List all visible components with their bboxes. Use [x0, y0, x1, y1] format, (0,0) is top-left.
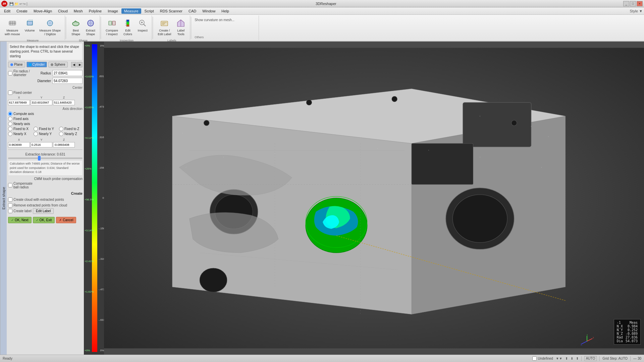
volume-button[interactable]: Volume: [23, 17, 37, 34]
menu-create[interactable]: Create: [14, 8, 30, 14]
sphere-tab[interactable]: Sphere: [48, 62, 67, 67]
scale-pct-8: +1.62%: [85, 290, 93, 293]
fix-radius-checkbox-label[interactable]: Fix radius / diameter: [8, 69, 39, 77]
cylinder-tab[interactable]: Cylinder: [26, 62, 47, 67]
fixed-z-radio[interactable]: [59, 127, 63, 131]
diameter-input[interactable]: [52, 78, 83, 84]
nearly-y-radio-label[interactable]: Nearly Y: [34, 132, 57, 136]
menu-script[interactable]: Script: [142, 8, 157, 14]
measure-with-mouse-button[interactable]: Measurewith mouse: [3, 17, 22, 38]
radius-input[interactable]: [52, 70, 83, 76]
tab-nav-arrows: ◀ ▶: [71, 62, 83, 67]
dir-z-input[interactable]: [53, 142, 75, 147]
style-dropdown[interactable]: Style ▼: [630, 9, 643, 13]
create-cloud-checkbox-section: Create cloud with extracted points: [8, 197, 83, 202]
center-z-input[interactable]: [53, 100, 75, 105]
svg-line-78: [582, 341, 587, 344]
titlebar-controls[interactable]: _ □ ×: [623, 1, 643, 6]
minimize-button[interactable]: _: [623, 1, 629, 6]
info-rad-label: Rad: [617, 336, 623, 339]
compare-inspect-button[interactable]: Compare/ Inspect: [104, 17, 120, 38]
ok-next-button[interactable]: ✓ OK, Next: [8, 217, 32, 223]
menu-cloud[interactable]: Cloud: [55, 8, 70, 14]
menu-window[interactable]: Window: [200, 8, 218, 14]
fixed-center-checkbox[interactable]: [8, 90, 12, 95]
label-tools-button[interactable]: LabelTools: [174, 17, 188, 38]
center-xyz-row: [8, 100, 83, 105]
compute-axis-radio-label[interactable]: Compute axis: [8, 112, 34, 116]
undefined-checkbox[interactable]: [532, 356, 537, 361]
fixed-y-radio-label[interactable]: Fixed to Y: [34, 127, 57, 131]
tab-next-arrow[interactable]: ▶: [77, 62, 83, 67]
menu-measure[interactable]: Measure: [121, 8, 141, 14]
create-label-checkbox[interactable]: [8, 209, 12, 213]
fix-radius-label: Fix radius / diameter: [13, 69, 39, 77]
maximize-button[interactable]: □: [630, 1, 636, 6]
plane-dot: [10, 63, 13, 66]
nearly-y-radio[interactable]: [34, 132, 38, 136]
fixed-center-checkbox-label[interactable]: Fixed center: [8, 90, 32, 95]
tab-prev-arrow[interactable]: ◀: [71, 62, 76, 67]
menu-image[interactable]: Image: [105, 8, 121, 14]
create-cloud-checkbox[interactable]: [8, 197, 12, 202]
remove-cloud-checkbox[interactable]: [8, 203, 12, 207]
create-label-label: Create label: [13, 209, 32, 213]
dir-x-input[interactable]: [8, 142, 30, 147]
axis-direction-header: Axis direction: [8, 107, 83, 111]
left-panel-outer: Extract shape Select the shape to extrac…: [0, 42, 84, 355]
create-label-checkbox-label[interactable]: Create label: [8, 209, 32, 213]
measure-shape-button[interactable]: Measure Shape/ Digitize: [38, 17, 63, 38]
menu-mesh[interactable]: Mesh: [71, 8, 86, 14]
viewport[interactable]: -1 Meas N_X 0.984 N_Y 0.252 N_Z -0.089 R…: [104, 42, 644, 355]
menu-cad[interactable]: CAD: [186, 8, 199, 14]
nearly-x-radio[interactable]: [8, 132, 12, 136]
filter-icon-2[interactable]: ⬆: [565, 357, 568, 360]
fix-radius-checkbox[interactable]: [8, 71, 12, 75]
fixed-axis-label: Fixed axis: [13, 117, 29, 121]
dir-y-input[interactable]: [31, 142, 52, 147]
nearly-z-radio-label[interactable]: Nearly Z: [59, 132, 77, 136]
nearly-axis-radio[interactable]: [8, 122, 12, 126]
filter-icon-3[interactable]: ⬇: [571, 357, 573, 360]
menu-edit[interactable]: Edit: [1, 8, 13, 14]
compensate-ball-checkbox[interactable]: [8, 183, 12, 187]
undefined-checkbox-label[interactable]: Undefined: [532, 356, 553, 361]
menu-rds-scanner[interactable]: RDS Scanner: [157, 8, 185, 14]
menu-polyline[interactable]: Polyline: [86, 8, 105, 14]
fixed-axis-radio-label[interactable]: Fixed axis: [8, 117, 29, 121]
compare-inspect-label: Compare/ Inspect: [106, 29, 118, 36]
menu-move-align[interactable]: Move-Align: [31, 8, 55, 14]
filter-icon-4[interactable]: ⬆: [576, 357, 579, 360]
fixed-axis-radio[interactable]: [8, 117, 12, 121]
extract-shape-button[interactable]: ExtractShape: [84, 17, 98, 38]
tolerance-slider-thumb[interactable]: [38, 156, 41, 161]
best-shape-button[interactable]: BestShape: [69, 17, 83, 38]
plane-tab[interactable]: Plane: [8, 62, 25, 67]
compensate-ball-checkbox-label[interactable]: Compensateball radius: [8, 182, 33, 189]
compute-axis-radio[interactable]: [8, 112, 12, 116]
fixed-x-radio-label[interactable]: Fixed to X: [8, 127, 32, 131]
inspect-button[interactable]: Inspect: [136, 17, 150, 34]
nearly-x-radio-label[interactable]: Nearly X: [8, 132, 32, 136]
filter-icon-1[interactable]: ▼▼: [556, 357, 562, 360]
close-button[interactable]: ×: [637, 1, 643, 6]
create-edit-label-button[interactable]: Create /Edit Label: [156, 17, 173, 38]
create-cloud-checkbox-label[interactable]: Create cloud with extracted points: [8, 197, 83, 202]
extract-shape-tab[interactable]: Extract shape: [0, 42, 7, 355]
menu-help[interactable]: Help: [219, 8, 232, 14]
nearly-z-radio[interactable]: [59, 132, 63, 136]
fixed-y-radio[interactable]: [34, 127, 38, 131]
edit-label-button[interactable]: Edit Label: [33, 208, 54, 214]
ok-exit-button[interactable]: ✓ OK, Exit: [33, 217, 55, 223]
nearly-axis-radio-label[interactable]: Nearly axis: [8, 122, 30, 126]
remove-cloud-checkbox-label[interactable]: Remove extracted points from cloud: [8, 203, 83, 207]
center-x-input[interactable]: [8, 100, 30, 105]
fixed-z-radio-label[interactable]: Fixed to Z: [59, 127, 79, 131]
show-curvature-text[interactable]: Show curvature on mesh...: [195, 18, 234, 22]
center-y-input[interactable]: [31, 100, 52, 105]
cancel-button[interactable]: ✗ Cancel: [56, 217, 76, 223]
tolerance-slider-track[interactable]: [8, 158, 83, 159]
fixed-x-radio[interactable]: [8, 127, 12, 131]
edit-colors-button[interactable]: EditColors: [121, 17, 135, 38]
scale-tick-7: -.316: [99, 257, 104, 260]
